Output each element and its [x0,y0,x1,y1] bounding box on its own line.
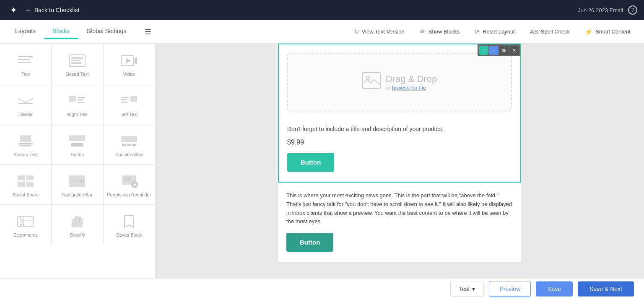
block-label: Shopify [70,232,85,237]
block-item-social-follow[interactable]: Social Follow [104,124,155,164]
svg-rect-32 [26,182,34,187]
drag-drop-area[interactable]: Drag & Drop or browse for file [287,53,512,111]
video-block-icon [119,53,139,68]
block-toolbar: ↑ ↓ ⧉ ✕ [478,44,520,56]
product-description: Don't forget to include a title and desc… [279,120,520,137]
block-item-social-share[interactable]: Social Share [0,165,51,204]
svg-rect-36 [77,180,79,181]
block-item-saved-block[interactable]: Saved Block [104,205,155,245]
svg-rect-22 [20,145,31,147]
svg-rect-46 [363,72,380,88]
tab-global-styles[interactable]: Global Settings [78,24,135,39]
block-item-boxed-text[interactable]: Boxed Text [52,44,103,84]
block-item-video[interactable]: Video [104,44,155,84]
product-cta-button[interactable]: Button [287,153,334,172]
block-item-left-text[interactable]: Left Text [104,84,155,124]
block-label: Boxed Text [66,72,88,77]
block-label: Ecommerce [13,232,38,237]
block-item-navigation-bar[interactable]: Navigation Bar [52,165,103,204]
spell-check-icon: AB [530,28,538,35]
reset-layout-button[interactable]: ⟳ Reset Layout [468,25,522,39]
app-logo: ✦ [7,3,20,17]
svg-rect-30 [26,175,34,180]
ecommerce-block-icon [16,214,36,229]
bottom-action-bar: Test ▾ Preview Save Save & Next [0,278,644,299]
second-button-wrap: Button [286,226,513,253]
svg-rect-5 [71,60,80,61]
svg-line-9 [18,98,26,103]
preview-button[interactable]: Preview [489,281,531,297]
saved-block-block-icon [119,214,139,229]
save-button[interactable]: Save [536,281,573,296]
block-label: Social Share [13,192,39,197]
svg-rect-34 [70,180,73,181]
svg-rect-28 [132,144,136,146]
reset-icon: ⟳ [475,28,480,36]
permission-reminder-block-icon [119,174,139,189]
block-move-up-btn[interactable]: ↑ [479,46,488,55]
smart-content-button[interactable]: ⚡ Smart Content [578,25,637,39]
block-label: Left Text [120,112,138,117]
view-text-version-button[interactable]: ↻ View Text Version [347,25,411,39]
block-item-text[interactable]: Text [0,44,51,84]
button-block-icon [67,134,87,149]
block-label: Text [21,72,30,77]
help-button[interactable]: ? [628,5,637,15]
product-block[interactable]: ↑ ↓ ⧉ ✕ Drag & Drop or browse for file [278,44,521,183]
block-label: Social Follow [115,152,143,157]
svg-rect-1 [18,59,30,60]
back-arrow-icon: ← [25,6,32,14]
svg-rect-16 [121,97,129,98]
eye-icon: 👁 [420,28,426,35]
back-to-checklist-button[interactable]: ← Back to Checklist [25,6,79,14]
block-delete-btn[interactable]: ✕ [509,46,519,55]
block-move-down-btn[interactable]: ↓ [489,46,499,55]
block-item-shopify[interactable]: Shopify [52,205,103,245]
social-share-block-icon [16,174,36,189]
block-item-divider[interactable]: Divider [0,84,51,124]
show-blocks-button[interactable]: 👁 Show Blocks [413,25,466,39]
tab-blocks[interactable]: Blocks [44,24,78,39]
test-button[interactable]: Test ▾ [450,281,484,297]
blocks-grid: Text Boxed Text Video Divider [0,44,155,245]
block-label: Video [123,72,135,77]
save-next-button[interactable]: Save & Next [578,281,634,296]
svg-rect-19 [130,96,137,102]
text-block: This is where your most exciting news go… [278,183,521,262]
svg-rect-18 [121,102,128,103]
right-text-block-icon [67,93,87,108]
top-navigation: ✦ ← Back to Checklist Jun 26 2023 Email … [0,0,644,20]
svg-rect-25 [121,136,137,142]
spell-check-button[interactable]: AB Spell Check [523,25,576,39]
email-canvas-area: ↑ ↓ ⧉ ✕ Drag & Drop or browse for file [155,44,644,299]
bottom-text-block-icon [16,134,36,149]
product-price: $9.99 [279,137,520,151]
menu-icon[interactable]: ☰ [141,24,155,40]
svg-rect-13 [78,97,85,98]
block-item-bottom-text[interactable]: Bottom Text [0,124,51,164]
main-layout: Text Boxed Text Video Divider [0,44,644,299]
svg-rect-27 [127,144,131,146]
block-label: Permission Reminder [107,192,151,197]
tab-layouts[interactable]: Layouts [7,24,44,39]
block-item-ecommerce[interactable]: Ecommerce [0,205,51,245]
browse-for-file-link[interactable]: browse for file [392,85,426,91]
blocks-sidebar: Text Boxed Text Video Divider [0,44,155,299]
refresh-icon: ↻ [354,28,359,36]
svg-rect-0 [18,56,33,57]
block-duplicate-btn[interactable]: ⧉ [499,46,509,55]
svg-rect-17 [121,99,127,101]
block-label: Bottom Text [13,152,38,157]
svg-rect-15 [78,102,84,103]
toolbar: Layouts Blocks Global Settings ☰ ↻ View … [0,20,644,44]
svg-rect-14 [78,99,83,101]
svg-rect-6 [71,62,81,64]
block-item-permission-reminder[interactable]: Permission Reminder [104,165,155,204]
svg-rect-26 [122,144,126,146]
smart-content-icon: ⚡ [585,28,593,36]
second-cta-button[interactable]: Button [286,233,333,252]
block-item-button[interactable]: Button [52,124,103,164]
block-item-right-text[interactable]: Right Text [52,84,103,124]
svg-rect-24 [71,143,83,147]
shopify-block-icon [67,214,87,229]
